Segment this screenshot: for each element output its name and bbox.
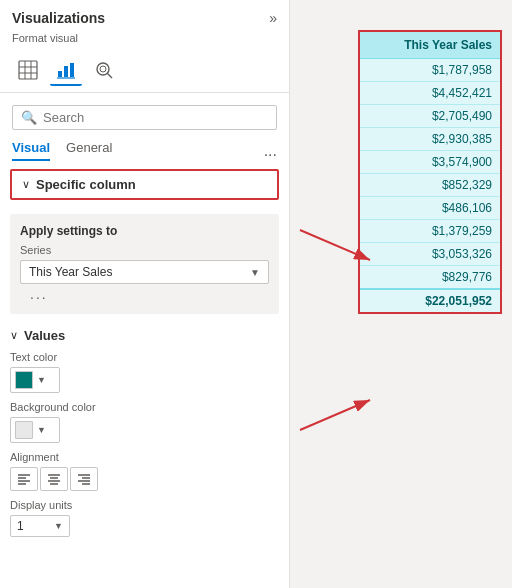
tab-general[interactable]: General [66,140,112,161]
text-color-swatch [15,371,33,389]
table-cell: $829,776 [360,266,500,290]
table-cell: $2,705,490 [360,105,500,128]
bg-color-label: Background color [10,401,279,413]
table-row: $2,705,490 [360,105,500,128]
table-row: $852,329 [360,174,500,197]
chevron-icon: ∨ [22,178,30,191]
svg-point-9 [97,63,109,75]
search-input[interactable] [43,110,268,125]
display-units-label: Display units [10,499,279,511]
units-value: 1 [17,519,24,533]
values-content: Text color ▼ Background color ▼ Alignmen… [10,347,279,547]
data-table: This Year Sales $1,787,958$4,452,421$2,7… [360,32,500,312]
series-value: This Year Sales [29,265,112,279]
table-cell: $1,379,259 [360,220,500,243]
tabs-row: Visual General ... [0,136,289,161]
values-label: Values [24,328,65,343]
ellipsis-row: ... [20,284,269,304]
apply-settings-box: Apply settings to Series This Year Sales… [10,214,279,314]
data-table-wrap: This Year Sales $1,787,958$4,452,421$2,7… [358,30,502,314]
align-left-icon [17,472,31,486]
text-color-arrow: ▼ [37,375,46,385]
svg-line-25 [300,400,370,430]
align-center-icon [47,472,61,486]
format-label: Format visual [0,30,289,50]
table-view-icon[interactable] [12,54,44,86]
svg-rect-5 [58,71,62,77]
table-cell: $22,051,952 [360,289,500,312]
bg-color-swatch [15,421,33,439]
display-units-dropdown[interactable]: 1 ▼ [10,515,70,537]
tab-visual[interactable]: Visual [12,140,50,161]
table-row: $3,053,326 [360,243,500,266]
apply-settings-title: Apply settings to [20,224,269,238]
svg-rect-6 [64,66,68,77]
svg-point-10 [100,66,106,72]
text-color-picker[interactable]: ▼ [10,367,60,393]
series-dropdown[interactable]: This Year Sales ▼ [20,260,269,284]
right-panel: This Year Sales $1,787,958$4,452,421$2,7… [290,0,512,588]
table-row: $1,787,958 [360,59,500,82]
series-dropdown-arrow: ▼ [250,267,260,278]
icon-toolbar [0,50,289,92]
panel-header: Visualizations » [0,0,289,30]
align-right-button[interactable] [70,467,98,491]
toolbar-divider [0,92,289,93]
tabs-left: Visual General [12,140,112,161]
more-options-icon[interactable]: ... [264,142,277,160]
text-color-label: Text color [10,351,279,363]
alignment-row: Alignment [10,451,279,491]
search-box[interactable]: 🔍 [12,105,277,130]
table-row: $1,379,259 [360,220,500,243]
specific-column-header[interactable]: ∨ Specific column [12,171,277,198]
specific-column-label: Specific column [36,177,136,192]
values-chevron-icon: ∨ [10,329,18,342]
svg-rect-0 [19,61,37,79]
search-icon: 🔍 [21,110,37,125]
units-dropdown-arrow: ▼ [54,521,63,531]
table-row: $829,776 [360,266,500,290]
table-cell: $486,106 [360,197,500,220]
table-header: This Year Sales [360,32,500,59]
bg-color-row: Background color ▼ [10,401,279,443]
values-header[interactable]: ∨ Values [10,324,279,347]
text-color-row: Text color ▼ [10,351,279,393]
align-right-icon [77,472,91,486]
alignment-label: Alignment [10,451,279,463]
table-cell: $3,053,326 [360,243,500,266]
values-section: ∨ Values Text color ▼ Background color ▼ [10,324,279,547]
table-cell: $3,574,900 [360,151,500,174]
table-row: $22,051,952 [360,289,500,312]
inspect-icon[interactable] [88,54,120,86]
visualizations-panel: Visualizations » Format visual [0,0,290,588]
table-row: $3,574,900 [360,151,500,174]
table-row: $486,106 [360,197,500,220]
chart-format-icon[interactable] [50,54,82,86]
display-units-row: Display units 1 ▼ [10,499,279,537]
table-cell: $2,930,385 [360,128,500,151]
table-cell: $4,452,421 [360,82,500,105]
align-left-button[interactable] [10,467,38,491]
alignment-buttons [10,467,279,491]
bg-color-picker[interactable]: ▼ [10,417,60,443]
bg-color-arrow: ▼ [37,425,46,435]
align-center-button[interactable] [40,467,68,491]
table-cell: $852,329 [360,174,500,197]
svg-line-11 [108,74,113,79]
specific-column-section: ∨ Specific column [10,169,279,200]
table-row: $2,930,385 [360,128,500,151]
svg-rect-7 [70,63,74,77]
series-label: Series [20,244,269,256]
collapse-icon[interactable]: » [269,10,277,26]
panel-title: Visualizations [12,10,105,26]
table-row: $4,452,421 [360,82,500,105]
table-cell: $1,787,958 [360,59,500,82]
